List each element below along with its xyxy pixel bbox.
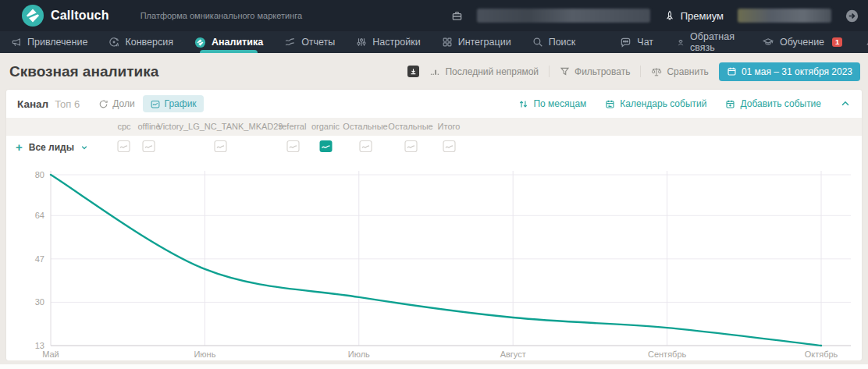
nav-label: Конверсия: [125, 37, 173, 48]
svg-text:Октябрь: Октябрь: [805, 349, 838, 359]
channel-columns-band: cpc offline Victory_LG_NC_TANK_MKAD29 re…: [6, 118, 862, 136]
nav-label: Обратная связь: [690, 31, 738, 53]
nav-item-education[interactable]: Обучение 1: [762, 31, 842, 53]
dimension-selector[interactable]: Канал: [17, 98, 48, 110]
column-others-1: Остальные: [343, 122, 387, 131]
compare-label: Сравнить: [667, 66, 708, 77]
page-title: Сквозная аналитика: [9, 63, 158, 80]
metric-selector[interactable]: Все лиды: [29, 142, 74, 153]
megaphone-icon: [11, 37, 22, 48]
redacted-account-info: [477, 9, 650, 23]
separator: [640, 66, 641, 77]
separator: [549, 66, 550, 77]
nav-label: Настройки: [372, 37, 420, 48]
by-months-label: По месяцам: [533, 98, 586, 109]
redacted-username: [738, 9, 831, 23]
scales-icon: [651, 66, 662, 77]
graph-label: График: [165, 98, 197, 109]
svg-text:Август: Август: [500, 349, 526, 359]
events-calendar-button[interactable]: Календарь событий: [605, 98, 706, 109]
series-toggle-cpc[interactable]: [117, 140, 130, 153]
nav-item-chat[interactable]: Чат: [620, 31, 653, 53]
search-icon: [532, 37, 543, 48]
education-badge: 1: [832, 37, 842, 48]
premium-link[interactable]: Премиум: [664, 10, 724, 22]
calendar-icon: [727, 66, 737, 76]
nav-label: Интеграции: [458, 37, 511, 48]
collapse-panel-chevron[interactable]: [840, 98, 851, 109]
series-toggle-victory[interactable]: [214, 140, 227, 153]
calendar-events-icon: [605, 99, 615, 109]
column-total: Итого: [438, 122, 461, 131]
attribution-model-button[interactable]: Последний непрямой: [429, 66, 539, 77]
line-chart-icon: [284, 37, 296, 48]
sliders-icon: [356, 37, 367, 48]
series-toggle-row: + Все лиды: [6, 136, 862, 160]
chart-area[interactable]: 1330476480МайИюньИюльАвгустСентябрьОктяб…: [6, 160, 862, 360]
mobile-app-icon[interactable]: [407, 66, 419, 77]
column-cpc: cpc: [117, 122, 130, 131]
series-toggle-organic-active[interactable]: [319, 140, 333, 153]
svg-text:30: 30: [35, 297, 44, 307]
nav-item-reports[interactable]: Отчеты: [284, 31, 335, 53]
graduation-cap-icon: [762, 37, 774, 48]
brand-name[interactable]: Calltouch: [51, 9, 109, 23]
svg-text:Июнь: Июнь: [194, 349, 215, 359]
date-range-label: 01 мая – 31 октября 2023: [742, 66, 852, 77]
nav-label: Отчеты: [301, 37, 335, 48]
column-organic: organic: [311, 122, 340, 131]
series-toggle-others-2[interactable]: [404, 140, 418, 153]
page-bottom-white-strip: [0, 364, 868, 369]
svg-text:80: 80: [35, 170, 44, 179]
svg-text:64: 64: [35, 211, 44, 220]
shares-label: Доли: [112, 98, 134, 109]
svg-text:47: 47: [35, 254, 44, 264]
filter-button[interactable]: Фильтровать: [560, 66, 630, 77]
series-toggle-total[interactable]: [443, 140, 456, 153]
series-toggle-others-1[interactable]: [359, 140, 372, 153]
nav-item-conversion[interactable]: Конверсия: [108, 31, 173, 53]
calltouch-logo-icon[interactable]: [22, 5, 44, 27]
add-event-button[interactable]: Добавить событие: [725, 98, 821, 109]
panel-header: Канал Топ 6 Доли График По месяцам: [6, 90, 862, 118]
nav-label: Чат: [637, 37, 653, 48]
series-toggle-referral[interactable]: [286, 140, 300, 153]
nav-item-analytics[interactable]: Аналитика: [194, 31, 263, 53]
graph-view-button[interactable]: График: [143, 95, 204, 112]
rocket-icon: [664, 10, 675, 21]
funnel-icon: [560, 66, 570, 76]
nav-item-feedback[interactable]: Обратная связь: [677, 31, 738, 53]
chevron-down-icon[interactable]: [80, 144, 88, 151]
svg-text:Май: Май: [42, 349, 59, 359]
chat-bubble-icon: [620, 37, 631, 48]
add-metric-button[interactable]: +: [16, 141, 23, 153]
nav-item-attraction[interactable]: Привлечение: [11, 31, 87, 53]
nav-item-settings[interactable]: Настройки: [356, 31, 420, 53]
attribution-label: Последний непрямой: [445, 66, 539, 77]
briefcase-icon: [451, 10, 463, 22]
add-event-label: Добавить событие: [740, 98, 821, 109]
column-others-2: Остальные: [388, 122, 432, 131]
analytics-line-chart[interactable]: 1330476480МайИюньИюльАвгустСентябрьОктяб…: [6, 160, 862, 360]
logout-icon[interactable]: [845, 9, 859, 23]
svg-text:Июль: Июль: [348, 349, 370, 359]
series-toggle-offline[interactable]: [142, 140, 155, 153]
refresh-icon: [98, 99, 108, 109]
group-by-months-button[interactable]: По месяцам: [518, 98, 586, 109]
nav-label: Привлечение: [27, 37, 87, 48]
page-header: Сквозная аналитика Последний непрямой Фи…: [0, 53, 868, 90]
nav-item-search[interactable]: Поиск: [532, 31, 576, 53]
column-referral: referral: [279, 122, 307, 131]
analytics-panel: Канал Топ 6 Доли График По месяцам: [6, 90, 862, 360]
shares-view-button[interactable]: Доли: [98, 98, 134, 109]
graph-icon: [150, 99, 161, 109]
nav-item-integrations[interactable]: Интеграции: [442, 31, 511, 53]
headset-person-icon: [677, 37, 685, 48]
brand-tagline: Платформа омниканального маркетинга: [141, 11, 302, 20]
compare-button[interactable]: Сравнить: [651, 66, 708, 77]
events-calendar-label: Календарь событий: [620, 98, 706, 109]
add-event-icon: [725, 99, 735, 109]
main-nav: Привлечение Конверсия Аналитика Отчеты: [0, 31, 868, 53]
svg-text:Сентябрь: Сентябрь: [648, 349, 687, 359]
date-range-button[interactable]: 01 мая – 31 октября 2023: [719, 62, 860, 81]
